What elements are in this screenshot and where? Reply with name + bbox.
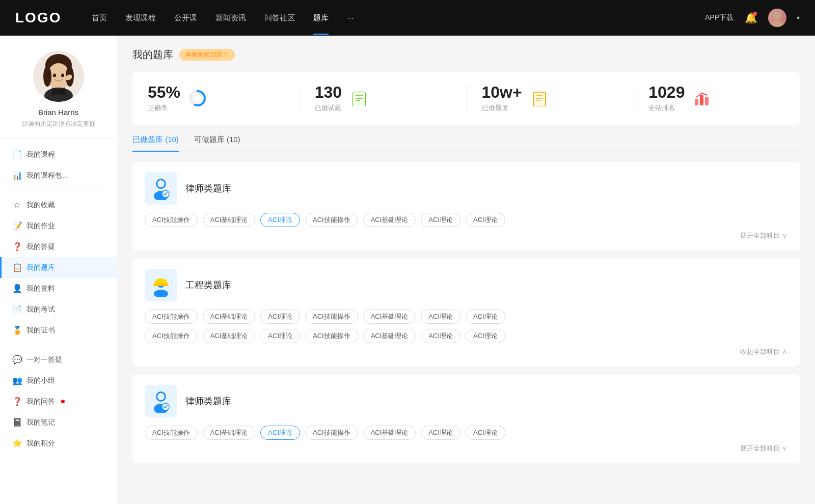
bank2-row2-tag-6[interactable]: ACI理论 <box>466 329 505 343</box>
avatar[interactable] <box>768 9 786 27</box>
sidebar-item-group[interactable]: 👥 我的小组 <box>0 370 117 391</box>
sidebar-item-homework[interactable]: 📝 我的作业 <box>0 215 117 236</box>
svg-rect-24 <box>695 99 698 105</box>
profile-motto: 错误的决定比没有决定要好 <box>22 120 95 128</box>
svg-point-29 <box>157 180 165 187</box>
profile-name: Brian Harris <box>38 108 78 117</box>
bank1-tag-2[interactable]: ACI理论 <box>260 213 300 227</box>
nav-question-bank[interactable]: 题库 <box>313 13 329 23</box>
bank-card-header-2: 工程类题库 <box>145 269 787 301</box>
accuracy-value: 55% <box>148 84 180 100</box>
bank2-tag-4[interactable]: ACI基础理论 <box>363 310 416 324</box>
svg-point-9 <box>61 74 64 77</box>
bank3-tag-1[interactable]: ACI基础理论 <box>203 426 256 440</box>
question-bank-icon: 📋 <box>12 263 21 272</box>
bank2-row2-tag-3[interactable]: ACI技能操作 <box>305 329 358 343</box>
bank2-row2-tag-1[interactable]: ACI基础理论 <box>203 329 256 343</box>
nav-right: APP下载 🔔 ▾ <box>705 9 800 27</box>
bank1-expand-link[interactable]: 展开全部科目 ∨ <box>145 231 787 240</box>
certificate-icon: 🏅 <box>12 325 21 335</box>
bank2-tag-3[interactable]: ACI技能操作 <box>305 310 358 324</box>
svg-rect-25 <box>700 95 703 105</box>
bank1-tag-3[interactable]: ACI技能操作 <box>305 213 358 227</box>
stat-ranking-values: 1029 全站排名 <box>648 84 685 113</box>
app-download-link[interactable]: APP下载 <box>705 13 734 22</box>
done-questions-icon <box>350 89 368 107</box>
bank2-collapse-link[interactable]: 收起全部科目 ∧ <box>145 347 787 356</box>
user-dropdown-arrow[interactable]: ▾ <box>797 14 800 21</box>
course-package-icon: 📊 <box>12 171 21 180</box>
group-icon: 👥 <box>12 376 21 385</box>
bank1-tag-0[interactable]: ACI技能操作 <box>145 213 198 227</box>
bank3-tag-4[interactable]: ACI基础理论 <box>363 426 416 440</box>
bank2-tag-6[interactable]: ACI理论 <box>466 310 505 324</box>
stats-row: 55% 正确率 130 已做试题 <box>132 72 800 125</box>
bank2-row2-tag-4[interactable]: ACI基础理论 <box>363 329 416 343</box>
engineer-bank-icon <box>145 269 177 301</box>
done-banks-label: 已做题库 <box>482 103 522 113</box>
done-questions-value: 130 <box>315 84 342 100</box>
sidebar-item-my-qa[interactable]: ❓ 我的问答 <box>0 391 117 412</box>
nav-discover[interactable]: 发现课程 <box>125 13 156 23</box>
bank2-tag-2[interactable]: ACI理论 <box>260 310 300 324</box>
bank1-tag-4[interactable]: ACI基础理论 <box>363 213 416 227</box>
sidebar-item-notes[interactable]: 📓 我的笔记 <box>0 412 117 433</box>
bank3-tag-3[interactable]: ACI技能操作 <box>305 426 358 440</box>
sidebar-item-questions[interactable]: ❓ 我的答疑 <box>0 236 117 257</box>
favorites-label: 我的收藏 <box>26 201 55 210</box>
nav-home[interactable]: 首页 <box>92 13 107 23</box>
stat-accuracy-values: 55% 正确率 <box>148 84 180 113</box>
notification-bell[interactable]: 🔔 <box>744 11 758 25</box>
bank3-tag-2[interactable]: ACI理论 <box>260 426 300 440</box>
sidebar-item-exam[interactable]: 📄 我的考试 <box>0 299 117 320</box>
bank2-row2-tag-5[interactable]: ACI理论 <box>421 329 460 343</box>
sidebar-item-tutoring[interactable]: 💬 一对一答疑 <box>0 349 117 370</box>
sidebar-item-question-bank[interactable]: 📋 我的题库 <box>0 257 117 278</box>
bank2-row2-tag-2[interactable]: ACI理论 <box>260 329 300 343</box>
bank3-expand-link[interactable]: 展开全部科目 ∨ <box>145 444 787 453</box>
exam-label: 我的考试 <box>26 305 55 314</box>
svg-point-1 <box>771 20 784 27</box>
nav-open-course[interactable]: 公开课 <box>174 13 197 23</box>
nav-news[interactable]: 新闻资讯 <box>215 13 246 23</box>
sidebar-item-points[interactable]: ⭐ 我的积分 <box>0 433 117 454</box>
accuracy-label: 正确率 <box>148 103 180 113</box>
profile-label: 我的资料 <box>26 284 55 293</box>
ranking-label: 全站排名 <box>648 103 685 113</box>
sidebar-item-favorites[interactable]: ☆ 我的收藏 <box>0 194 117 215</box>
nav-qa[interactable]: 问答社区 <box>264 13 295 23</box>
sidebar-item-course-package[interactable]: 📊 我的课程包... <box>0 165 117 186</box>
bank3-tag-0[interactable]: ACI技能操作 <box>145 426 198 440</box>
sidebar-item-certificate[interactable]: 🏅 我的证书 <box>0 320 117 341</box>
nav-more[interactable]: ··· <box>347 13 354 23</box>
done-banks-value: 10w+ <box>482 84 522 100</box>
bank2-tag-0[interactable]: ACI技能操作 <box>145 310 198 324</box>
bank3-tag-5[interactable]: ACI理论 <box>421 426 460 440</box>
bank-title-2: 工程类题库 <box>185 279 231 291</box>
bank2-tag-1[interactable]: ACI基础理论 <box>203 310 256 324</box>
tab-done-banks[interactable]: 已做题库 (10) <box>132 135 179 151</box>
nav-links: 首页 发现课程 公开课 新闻资讯 问答社区 题库 ··· <box>92 13 705 23</box>
notes-icon: 📓 <box>12 417 21 427</box>
svg-rect-35 <box>153 284 169 286</box>
bank3-tag-6[interactable]: ACI理论 <box>466 426 505 440</box>
menu-divider-2 <box>10 345 106 345</box>
svg-point-5 <box>43 66 51 87</box>
menu-divider-1 <box>10 190 106 190</box>
lawyer-bank-icon-1 <box>145 172 177 205</box>
svg-point-32 <box>154 290 168 297</box>
content-area: 我的题库 体验剩余23天！ 55% 正确率 <box>117 36 815 504</box>
bank1-tag-1[interactable]: ACI基础理论 <box>203 213 256 227</box>
questions-label: 我的答疑 <box>26 242 55 251</box>
trial-badge: 体验剩余23天！ <box>179 49 235 61</box>
bank2-tags-row-1: ACI技能操作 ACI基础理论 ACI理论 ACI技能操作 ACI基础理论 AC… <box>145 310 787 324</box>
bank2-tag-5[interactable]: ACI理论 <box>421 310 460 324</box>
sidebar-item-my-courses[interactable]: 📄 我的课程 <box>0 144 117 165</box>
bank2-row2-tag-0[interactable]: ACI技能操作 <box>145 329 198 343</box>
bank-card-header-3: 律师类题库 <box>145 385 787 417</box>
bank1-tag-5[interactable]: ACI理论 <box>421 213 460 227</box>
sidebar-item-profile[interactable]: 👤 我的资料 <box>0 278 117 299</box>
bank3-tags-row: ACI技能操作 ACI基础理论 ACI理论 ACI技能操作 ACI基础理论 AC… <box>145 426 787 440</box>
tab-available-banks[interactable]: 可做题库 (10) <box>194 135 240 151</box>
bank1-tag-6[interactable]: ACI理论 <box>466 213 505 227</box>
